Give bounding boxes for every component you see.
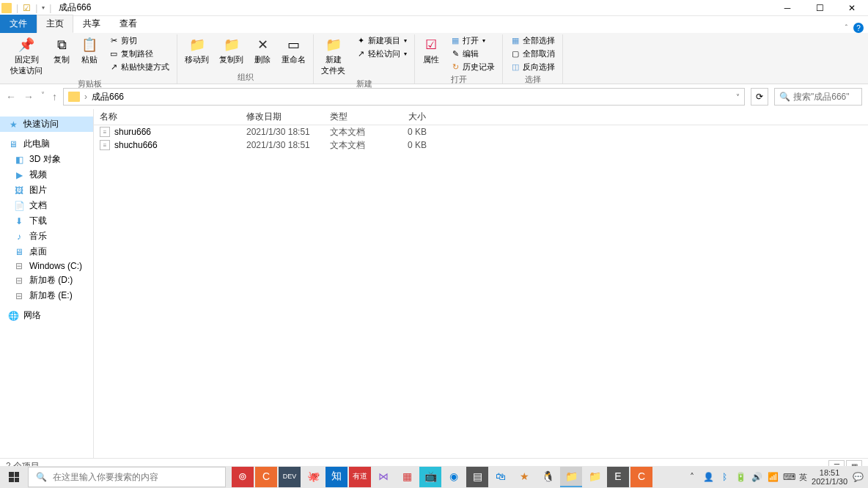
- app-icon[interactable]: 🛍: [490, 467, 512, 487]
- new-folder-button[interactable]: 📁新建 文件夹: [318, 34, 348, 78]
- sidebar-item[interactable]: ⬇下载: [0, 213, 93, 229]
- file-type: 文本文档: [324, 126, 390, 138]
- battery-icon[interactable]: 🔋: [735, 471, 746, 483]
- sidebar-item[interactable]: ◧3D 对象: [0, 152, 93, 167]
- paste-shortcut-button[interactable]: ↗粘贴快捷方式: [106, 61, 172, 73]
- search-box[interactable]: 🔍: [774, 88, 862, 106]
- app-icon[interactable]: C: [255, 467, 277, 487]
- help-icon[interactable]: ?: [853, 23, 864, 33]
- breadcrumb-current[interactable]: 成品666: [92, 91, 124, 103]
- edit-button[interactable]: ✎编辑: [447, 48, 498, 60]
- app-icon[interactable]: E: [607, 467, 629, 487]
- sidebar-item[interactable]: ⊟新加卷 (D:): [0, 273, 93, 288]
- copy-to-icon: 📁: [223, 36, 240, 53]
- separator: |: [16, 3, 18, 13]
- app-icon[interactable]: ◉: [443, 467, 465, 487]
- tab-share[interactable]: 共享: [73, 15, 110, 33]
- refresh-button[interactable]: ⟳: [751, 88, 768, 106]
- properties-button[interactable]: ☑属性: [419, 34, 443, 67]
- close-button[interactable]: ✕: [836, 0, 868, 16]
- volume-icon[interactable]: 🔊: [751, 471, 762, 483]
- keyboard-icon[interactable]: ⌨: [783, 471, 795, 483]
- address-box[interactable]: › 成品666 ˅: [63, 88, 745, 106]
- wifi-icon[interactable]: 📶: [767, 471, 779, 483]
- path-icon: ▭: [108, 49, 119, 59]
- app-icon[interactable]: 知: [326, 467, 347, 487]
- history-button[interactable]: ↻历史记录: [447, 61, 498, 73]
- app-icon[interactable]: ★: [513, 467, 535, 487]
- back-button[interactable]: ←: [6, 91, 16, 103]
- app-icon[interactable]: ⊚: [232, 467, 254, 487]
- col-name[interactable]: 名称: [94, 111, 240, 123]
- select-all-button[interactable]: ▦全部选择: [507, 34, 558, 47]
- copy-to-button[interactable]: 📁复制到: [216, 34, 246, 67]
- app-icon[interactable]: 📺: [419, 467, 441, 487]
- app-icon[interactable]: ▦: [396, 467, 418, 487]
- paste-button[interactable]: 📋粘贴: [78, 34, 101, 67]
- select-none-button[interactable]: ▢全部取消: [507, 48, 558, 60]
- sidebar-item[interactable]: ♪音乐: [0, 229, 93, 244]
- taskbar-search[interactable]: 🔍 在这里输入你要搜索的内容: [28, 467, 226, 487]
- up-button[interactable]: ↑: [52, 91, 57, 103]
- invert-select-button[interactable]: ◫反向选择: [507, 61, 558, 73]
- sidebar-item[interactable]: 📄文档: [0, 198, 93, 213]
- new-item-button[interactable]: ✦新建项目▾: [353, 34, 410, 47]
- copy-path-button[interactable]: ▭复制路径: [106, 48, 172, 60]
- move-to-button[interactable]: 📁移动到: [182, 34, 212, 67]
- app-icon[interactable]: 🐧: [537, 467, 559, 487]
- text-file-icon: ≡: [100, 127, 110, 137]
- sidebar-item[interactable]: ▶视频: [0, 167, 93, 182]
- network-icon: 🌐: [7, 311, 19, 321]
- start-button[interactable]: [0, 466, 28, 488]
- clock[interactable]: 18:51 2021/1/30: [812, 468, 847, 486]
- drive-icon: ⊟: [13, 291, 25, 301]
- people-icon[interactable]: 👤: [702, 471, 714, 483]
- col-date[interactable]: 修改日期: [240, 111, 324, 123]
- file-row[interactable]: ≡shuchu6662021/1/30 18:51文本文档0 KB: [94, 138, 868, 152]
- sidebar-network[interactable]: 🌐网络: [0, 308, 93, 323]
- sidebar-item[interactable]: 🖥桌面: [0, 244, 93, 259]
- app-explorer[interactable]: 📁: [560, 467, 582, 487]
- copy-button[interactable]: ⧉复制: [50, 34, 73, 67]
- app-icon[interactable]: ▤: [466, 467, 488, 487]
- sidebar-item[interactable]: 🖼图片: [0, 182, 93, 198]
- checkbox-icon[interactable]: ☑: [23, 3, 31, 13]
- col-size[interactable]: 大小: [390, 111, 433, 123]
- collapse-ribbon-icon[interactable]: ˆ: [845, 24, 847, 32]
- app-icon[interactable]: C: [630, 467, 652, 487]
- app-icon[interactable]: DEV: [279, 467, 301, 487]
- dropdown-icon[interactable]: ▾: [42, 4, 45, 11]
- tab-view[interactable]: 查看: [110, 15, 147, 33]
- recent-button[interactable]: ˅: [41, 91, 45, 103]
- app-icon[interactable]: 📁: [584, 467, 606, 487]
- app-icon[interactable]: ⋈: [372, 467, 394, 487]
- tab-home[interactable]: 主页: [37, 15, 73, 33]
- forward-button[interactable]: →: [23, 91, 34, 103]
- open-button[interactable]: ▦打开▾: [447, 34, 498, 47]
- ime-indicator[interactable]: 英: [799, 472, 807, 483]
- sidebar-item[interactable]: ⊟Windows (C:): [0, 259, 93, 273]
- desktop-icon: 🖥: [13, 247, 25, 257]
- cut-button[interactable]: ✂剪切: [106, 34, 172, 47]
- sidebar: ★快速访问 🖥此电脑 ◧3D 对象 ▶视频 🖼图片 📄文档 ⬇下载 ♪音乐 🖥桌…: [0, 109, 94, 458]
- easy-access-button[interactable]: ↗轻松访问▾: [353, 48, 410, 60]
- new-item-icon: ✦: [356, 36, 366, 46]
- sidebar-this-pc[interactable]: 🖥此电脑: [0, 136, 93, 152]
- tray-overflow-icon[interactable]: ˄: [686, 471, 698, 483]
- col-type[interactable]: 类型: [324, 111, 390, 123]
- search-input[interactable]: [793, 92, 859, 102]
- rename-button[interactable]: ▭重命名: [279, 34, 309, 67]
- pin-button[interactable]: 📌固定到 快速访问: [7, 34, 45, 78]
- app-icon[interactable]: 🐙: [302, 467, 324, 487]
- notifications-icon[interactable]: 💬: [852, 471, 864, 483]
- minimize-button[interactable]: ─: [771, 0, 803, 16]
- app-icon[interactable]: 有道: [349, 467, 371, 487]
- bluetooth-icon[interactable]: ᛒ: [718, 471, 730, 483]
- maximize-button[interactable]: ☐: [803, 0, 836, 16]
- file-row[interactable]: ≡shuru6662021/1/30 18:51文本文档0 KB: [94, 125, 868, 138]
- sidebar-item[interactable]: ⊟新加卷 (E:): [0, 288, 93, 303]
- chevron-down-icon[interactable]: ˅: [736, 93, 740, 101]
- delete-button[interactable]: ✕删除: [251, 34, 274, 67]
- tab-file[interactable]: 文件: [0, 15, 37, 33]
- sidebar-quick-access[interactable]: ★快速访问: [0, 117, 93, 132]
